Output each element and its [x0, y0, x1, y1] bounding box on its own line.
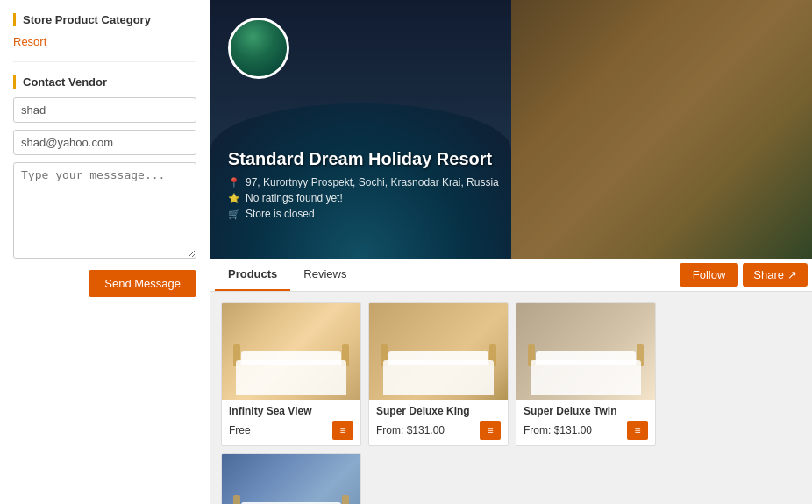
ratings-icon: [228, 192, 240, 204]
product-name-2: Super Deluxe Twin: [524, 405, 648, 417]
products-grid: Infinity Sea View Free ≡ Super Deluxe Ki…: [210, 292, 812, 504]
product-info-2: Super Deluxe Twin From: $131.00 ≡: [516, 400, 655, 445]
hero-info: Standard Dream Holiday Resort 97, Kurort…: [228, 149, 499, 224]
send-message-button[interactable]: Send Message: [89, 270, 196, 297]
avatar-image: [231, 20, 287, 76]
product-name-0: Infinity Sea View: [229, 405, 353, 417]
product-thumb-3: [222, 454, 360, 504]
product-menu-button-2[interactable]: ≡: [627, 421, 648, 440]
product-card-2[interactable]: Super Deluxe Twin From: $131.00 ≡: [516, 302, 656, 446]
store-title: Standard Dream Holiday Resort: [228, 149, 499, 169]
contact-vendor-section: Contact Vendor Send Message: [13, 75, 196, 297]
bed-shape-2: [531, 360, 641, 395]
vendor-avatar: [228, 18, 289, 79]
bed-shape-1: [383, 360, 494, 395]
lamp-right-3: [342, 495, 349, 504]
store-status-icon: [228, 208, 240, 220]
share-icon: ↗: [787, 268, 797, 281]
share-label: Share: [753, 268, 784, 281]
product-info-1: Super Deluxe King From: $131.00 ≡: [369, 400, 508, 445]
product-thumb-1: [369, 303, 508, 400]
category-section-title: Store Product Category: [13, 13, 196, 26]
product-price-0: Free: [229, 424, 251, 437]
product-name-1: Super Deluxe King: [376, 405, 501, 417]
tab-reviews[interactable]: Reviews: [290, 259, 360, 291]
follow-button[interactable]: Follow: [680, 263, 739, 287]
product-footer-1: From: $131.00 ≡: [376, 421, 501, 440]
main-content: Standard Dream Holiday Resort 97, Kurort…: [210, 0, 812, 504]
product-card-1[interactable]: Super Deluxe King From: $131.00 ≡: [368, 302, 509, 446]
product-info-0: Infinity Sea View Free ≡: [222, 400, 360, 445]
contact-name-input[interactable]: [13, 97, 196, 123]
product-price-1: From: $131.00: [376, 424, 445, 437]
contact-email-input[interactable]: [13, 130, 196, 155]
product-menu-button-0[interactable]: ≡: [332, 421, 353, 440]
store-status-text: Store is closed: [246, 208, 315, 220]
product-thumb-0: [222, 303, 360, 400]
location-icon: [228, 176, 240, 188]
product-thumb-2: [516, 303, 655, 400]
hero-banner: Standard Dream Holiday Resort 97, Kurort…: [210, 0, 812, 259]
contact-section-title: Contact Vendor: [13, 75, 196, 89]
store-address: 97, Kurortnyy Prospekt, Sochi, Krasnodar…: [246, 176, 499, 188]
share-button[interactable]: Share ↗: [743, 263, 808, 287]
tabs-row: Products Reviews Follow Share ↗: [210, 259, 812, 292]
product-footer-2: From: $131.00 ≡: [524, 421, 648, 440]
tab-products[interactable]: Products: [215, 259, 290, 291]
store-status-row: Store is closed: [228, 208, 499, 220]
store-address-row: 97, Kurortnyy Prospekt, Sochi, Krasnodar…: [228, 176, 499, 188]
store-ratings-text: No ratings found yet!: [246, 192, 343, 204]
product-card-3[interactable]: Panorama Ocean Suite From: $544.00 ≡: [221, 453, 361, 504]
sidebar: Store Product Category Resort Contact Ve…: [0, 0, 210, 504]
contact-message-textarea[interactable]: [13, 162, 196, 259]
bed-shape-0: [236, 360, 346, 395]
product-price-2: From: $131.00: [524, 424, 592, 437]
product-menu-button-1[interactable]: ≡: [480, 421, 501, 440]
category-resort-link[interactable]: Resort: [13, 35, 46, 48]
product-footer-0: Free ≡: [229, 421, 353, 440]
lamp-left-3: [233, 495, 240, 504]
store-ratings-row: No ratings found yet!: [228, 192, 499, 204]
product-card-0[interactable]: Infinity Sea View Free ≡: [221, 302, 361, 446]
sidebar-divider: [13, 61, 196, 62]
